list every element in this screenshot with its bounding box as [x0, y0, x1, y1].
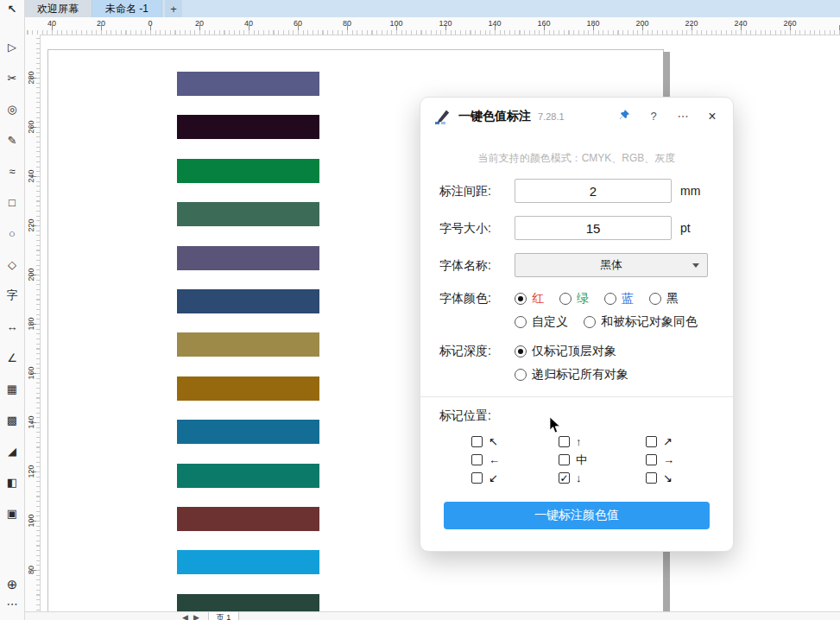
supported-color-modes-hint: 当前支持的颜色模式：CMYK、RGB、灰度 [420, 151, 733, 166]
radio-option-red[interactable]: 红 [515, 291, 544, 307]
position-option-n[interactable]: ↑ [559, 435, 646, 448]
polygon-tool[interactable]: ◇ [0, 249, 24, 280]
help-icon[interactable]: ? [647, 110, 660, 123]
position-option-e[interactable]: → [646, 453, 733, 466]
checked-checkbox[interactable]: ✓ [559, 472, 570, 484]
ruler-number: 20 [186, 19, 212, 28]
font-color-options-row2: 自定义和被标记对象同色 [515, 314, 698, 330]
crop-tool[interactable]: ✂ [0, 62, 24, 93]
ruler-number: 240 [24, 163, 38, 189]
ruler-number: 0 [137, 19, 163, 28]
radio-option-green[interactable]: 绿 [559, 291, 589, 307]
radio-icon [515, 369, 527, 381]
radio-option-black[interactable]: 黑 [649, 291, 679, 307]
spacing-input[interactable] [515, 179, 672, 203]
new-document-tab-button[interactable]: + [165, 0, 182, 17]
freehand-tool[interactable]: ✎ [0, 124, 24, 155]
outline-tool[interactable]: ▣ [0, 497, 24, 528]
shape-tool[interactable]: ▷ [0, 31, 24, 62]
ruler-number: 180 [580, 19, 606, 28]
ruler-number: 160 [531, 19, 557, 28]
radio-label: 蓝 [622, 291, 634, 307]
checkbox[interactable] [471, 454, 483, 465]
color-bar[interactable] [177, 72, 319, 96]
color-bar[interactable] [177, 420, 319, 444]
color-annotation-dialog: 一键色值标注 7.28.1 ? ⋯ × 当前支持的颜色模式：CMYK、RGB、灰… [420, 97, 734, 552]
radio-icon [515, 316, 527, 328]
connector-tool[interactable]: ∠ [0, 342, 24, 373]
color-bar[interactable] [177, 332, 319, 357]
radio-option-recursive[interactable]: 递归标记所有对象 [515, 367, 628, 383]
spacing-unit: mm [680, 184, 700, 198]
radio-option-same-as-object[interactable]: 和被标记对象同色 [584, 314, 698, 330]
checkbox[interactable] [471, 436, 483, 447]
color-bar[interactable] [177, 376, 319, 401]
font-color-row: 字体颜色: 红绿蓝黑 自定义和被标记对象同色 [420, 290, 733, 330]
color-bar[interactable] [177, 550, 319, 574]
position-column: ↖←↙ [471, 435, 559, 484]
mark-depth-row: 标记深度: 仅标记顶层对象递归标记所有对象 [420, 343, 733, 383]
position-option-nw[interactable]: ↖ [471, 435, 559, 448]
radio-option-custom[interactable]: 自定义 [515, 314, 568, 330]
color-bar[interactable] [177, 464, 319, 488]
color-bar[interactable] [177, 289, 319, 313]
page-tab[interactable]: 页 1 [208, 612, 240, 620]
eyedropper-tool[interactable]: ◢ [0, 435, 24, 466]
mark-position-grid: ↖←↙↑中✓↓↗→↘ [420, 435, 733, 484]
radio-option-blue[interactable]: 蓝 [604, 291, 634, 307]
toolbox-overflow-button[interactable]: ⋯ [0, 596, 24, 611]
artistic-media-tool[interactable]: ≈ [0, 155, 24, 187]
dialog-version: 7.28.1 [538, 111, 565, 122]
tab-welcome-screen[interactable]: 欢迎屏幕 [24, 0, 92, 17]
color-bar[interactable] [177, 202, 319, 226]
pin-icon[interactable] [617, 109, 631, 124]
checkbox[interactable] [646, 472, 657, 484]
blend-tool[interactable]: ▦ [0, 373, 24, 404]
radio-option-top-level-only[interactable]: 仅标记顶层对象 [515, 344, 616, 359]
checkbox[interactable] [559, 454, 570, 465]
customize-toolbox-button[interactable]: ⊕ [0, 573, 24, 596]
color-bar[interactable] [177, 507, 319, 531]
mark-position-label: 标记位置: [420, 408, 733, 424]
checkbox[interactable] [559, 436, 570, 447]
ruler-number: 260 [777, 19, 803, 28]
ellipse-tool[interactable]: ○ [0, 218, 24, 249]
font-size-input[interactable] [515, 216, 672, 240]
text-tool[interactable]: 字 [0, 280, 24, 311]
zoom-tool[interactable]: ◎ [0, 93, 24, 124]
position-option-w[interactable]: ← [471, 453, 559, 466]
toolbox: ↖ ▷✂◎✎≈□○◇字↔∠▦▩◢◧▣ ⊕ ⋯ [0, 0, 25, 620]
page-navigator: ◀ ▶ [182, 612, 199, 620]
ruler-number: 200 [24, 262, 38, 288]
close-icon[interactable]: × [705, 110, 719, 123]
more-options-icon[interactable]: ⋯ [676, 110, 690, 123]
next-page-button[interactable]: ▶ [193, 613, 199, 620]
pick-tool[interactable]: ↖ [0, 0, 24, 17]
checkbox[interactable] [646, 436, 657, 447]
position-arrow-sw: ↙ [489, 471, 498, 484]
color-bar[interactable] [177, 246, 319, 270]
ruler-number: 80 [334, 19, 360, 28]
checkbox[interactable] [646, 454, 657, 465]
spacing-row: 标注间距: mm [420, 179, 733, 203]
position-option-center[interactable]: 中 [559, 453, 646, 466]
position-option-sw[interactable]: ↙ [471, 471, 559, 484]
interactive-fill-tool[interactable]: ◧ [0, 466, 24, 497]
color-bar[interactable] [177, 159, 319, 183]
position-option-s[interactable]: ✓↓ [559, 471, 646, 484]
dimension-tool[interactable]: ↔ [0, 311, 24, 342]
position-option-ne[interactable]: ↗ [646, 435, 733, 448]
vertical-ruler[interactable]: 30028026024022020018016014012010080 [24, 35, 41, 620]
font-name-select[interactable]: 黑体 [515, 253, 708, 277]
ruler-number: 80 [24, 557, 38, 583]
color-bar[interactable] [177, 115, 319, 139]
annotate-color-values-button[interactable]: 一键标注颜色值 [444, 502, 710, 529]
tab-untitled-document[interactable]: 未命名 -1 [92, 0, 162, 17]
rectangle-tool[interactable]: □ [0, 187, 24, 218]
shadow-tool[interactable]: ▩ [0, 404, 24, 435]
position-arrow-nw: ↖ [489, 435, 498, 448]
prev-page-button[interactable]: ◀ [182, 613, 188, 620]
checkbox[interactable] [471, 472, 483, 484]
position-option-se[interactable]: ↘ [646, 471, 733, 484]
horizontal-ruler[interactable]: 4020020406080100120140160180200220240260 [24, 17, 840, 35]
